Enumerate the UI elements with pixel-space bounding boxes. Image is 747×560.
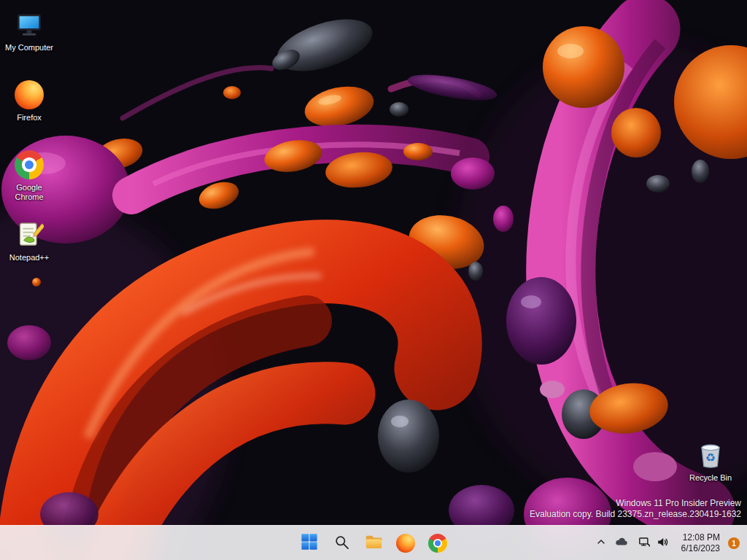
desktop-icon-label: Notepad++ [9, 253, 49, 262]
desktop-icon-recycle-bin[interactable]: ♻ Recycle Bin [683, 433, 738, 483]
firefox-icon [396, 534, 415, 553]
chrome-icon [428, 534, 447, 553]
clock-button[interactable]: 12:08 PM 6/16/2023 [675, 529, 727, 558]
recycle-bin-icon: ♻ [694, 439, 727, 471]
desktop-icon-firefox[interactable]: Firefox [1, 73, 57, 143]
svg-text:♻: ♻ [705, 451, 716, 464]
tray-date: 6/16/2023 [681, 543, 720, 554]
file-explorer-button[interactable] [359, 529, 388, 558]
desktop-icon-label: My Computer [5, 43, 53, 52]
system-tray: 12:08 PM 6/16/2023 1 [592, 526, 746, 560]
taskbar-center-icons [295, 529, 452, 558]
chrome-icon [13, 149, 45, 181]
folder-icon [364, 532, 384, 555]
search-icon [333, 533, 351, 554]
cloud-icon [614, 534, 629, 552]
desktop[interactable]: My Computer Firefox Google Chrome [0, 0, 747, 560]
desktop-icons: My Computer Firefox Google Chrome [1, 3, 57, 283]
hidden-icons-button[interactable] [592, 529, 611, 558]
notepad-plus-plus-icon [13, 219, 45, 251]
wallpaper [0, 0, 747, 560]
onedrive-tray-button[interactable] [611, 529, 632, 558]
desktop-icon-my-computer[interactable]: My Computer [1, 3, 57, 73]
tray-time: 12:08 PM [681, 532, 720, 543]
watermark-line1: Windows 11 Pro Insider Preview [530, 498, 741, 509]
desktop-icon-notepad-plus-plus[interactable]: Notepad++ [1, 213, 57, 283]
notification-badge[interactable]: 1 [728, 537, 740, 549]
quick-settings-button[interactable] [632, 529, 675, 558]
watermark-line2: Evaluation copy. Build 23375.zn_release.… [530, 509, 741, 520]
search-button[interactable] [327, 529, 356, 558]
start-button[interactable] [295, 529, 324, 558]
firefox-taskbar-button[interactable] [391, 529, 420, 558]
desktop-icon-label: Recycle Bin [689, 473, 732, 483]
tray-clock: 12:08 PM 6/16/2023 [678, 532, 723, 554]
desktop-icon-label: Firefox [17, 113, 42, 122]
network-icon [638, 535, 651, 552]
taskbar: 12:08 PM 6/16/2023 1 [0, 525, 747, 560]
evaluation-watermark: Windows 11 Pro Insider Preview Evaluatio… [530, 498, 741, 520]
desktop-icon-label: Google Chrome [2, 183, 56, 202]
chrome-taskbar-button[interactable] [423, 529, 452, 558]
windows-logo-icon [300, 532, 319, 554]
desktop-icon-google-chrome[interactable]: Google Chrome [1, 143, 57, 213]
volume-icon [656, 535, 670, 552]
chevron-up-icon [595, 536, 607, 551]
my-computer-icon [13, 9, 45, 41]
firefox-icon [13, 79, 45, 111]
